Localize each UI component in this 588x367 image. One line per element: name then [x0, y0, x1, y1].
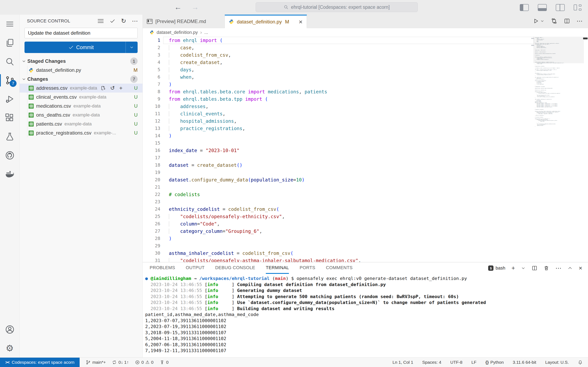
panel-more-icon[interactable]: ⋯	[555, 265, 562, 271]
section-header-changes[interactable]: Changes7	[20, 75, 143, 83]
maximize-panel-icon[interactable]	[568, 266, 572, 271]
sync-status[interactable]: 0↓ 1↑	[112, 360, 129, 365]
terminal-line: 2023-10-24 13:46:55 [info ] Generating d…	[145, 287, 588, 294]
code-line: 20dataset.configure_dummy_data(populatio…	[143, 176, 588, 184]
panel-tab-problems[interactable]: PROBLEMS	[150, 262, 175, 274]
terminal-line: 5,2004-11-18,39113611000001102	[145, 336, 588, 342]
open-changes-icon[interactable]	[551, 18, 557, 24]
play-icon	[533, 18, 539, 24]
scm-file-row[interactable]: dataset_definition.pyM	[20, 66, 143, 75]
scm-file-row[interactable]: patients.csvexample-dataU	[20, 119, 143, 128]
github-icon[interactable]	[0, 146, 19, 165]
indentation[interactable]: Spaces: 4	[422, 360, 441, 365]
settings-gear-icon[interactable]: ⚙	[0, 339, 19, 358]
terminal-line: 2023-10-24 13:46:55 [info ] Compiling da…	[145, 282, 588, 288]
customize-layout-icon[interactable]	[574, 4, 582, 11]
close-icon[interactable]: ×	[299, 18, 303, 25]
scm-file-row[interactable]: addresses.csvexample-data↺+U	[20, 83, 143, 92]
chevron-down-icon	[540, 19, 544, 23]
testing-icon[interactable]	[0, 127, 19, 146]
breadcrumb-file[interactable]: dataset_definition.py	[156, 30, 198, 35]
branch-status[interactable]: main*+	[86, 360, 106, 365]
tab-strip: [Preview] README.mddataset_definition.py…	[143, 15, 588, 28]
scm-file-row[interactable]: clinical_events.csvexample-dataU	[20, 92, 143, 101]
ports-status[interactable]: 0	[160, 360, 169, 365]
close-panel-icon[interactable]: ×	[579, 265, 582, 271]
open-file-icon[interactable]	[100, 85, 106, 91]
csv-file-icon	[29, 86, 34, 91]
run-python-file-button[interactable]	[533, 18, 544, 24]
stage-changes-icon[interactable]: +	[119, 85, 122, 91]
forward-button[interactable]: →	[191, 3, 199, 12]
run-debug-icon[interactable]	[0, 90, 19, 108]
git-status-letter: M	[134, 67, 138, 73]
toggle-secondary-sidebar-icon[interactable]	[556, 4, 565, 11]
minimap[interactable]: from ehrql import ( case, codelist_from_…	[535, 37, 582, 262]
errors-count: 0	[141, 360, 144, 365]
breadcrumb-more[interactable]: ...	[204, 30, 208, 35]
commit-button[interactable]: Commit	[25, 42, 138, 53]
view-as-tree-icon[interactable]	[98, 19, 104, 23]
terminal-line: 1,2023-07-07,39113611000001102	[145, 318, 588, 324]
panel-tab-comments[interactable]: COMMENTS	[326, 262, 353, 274]
language-mode[interactable]: {} Python	[485, 360, 504, 365]
scm-file-row[interactable]: practice_registrations.csvexample-...U	[20, 128, 143, 137]
extensions-icon[interactable]	[0, 108, 19, 127]
account-icon[interactable]	[0, 320, 19, 339]
file-name: patients.csv	[36, 121, 62, 127]
search-view-icon[interactable]	[0, 52, 19, 71]
discard-changes-icon[interactable]: ↺	[110, 85, 115, 91]
kill-terminal-icon[interactable]	[544, 265, 549, 271]
eol-sequence[interactable]: LF	[471, 360, 476, 365]
encoding[interactable]: UTF-8	[450, 360, 462, 365]
keyboard-layout[interactable]: Layout: U.S.	[545, 360, 569, 365]
toggle-panel-icon[interactable]	[538, 4, 547, 11]
panel-tab-ports[interactable]: PORTS	[300, 262, 315, 274]
breadcrumb-separator: ›	[200, 30, 202, 35]
terminal-dropdown-icon[interactable]	[521, 266, 526, 270]
split-terminal-icon[interactable]	[532, 265, 537, 271]
code-line: 15	[143, 140, 588, 147]
explorer-icon[interactable]	[0, 33, 19, 52]
panel-tab-output[interactable]: OUTPUT	[186, 262, 205, 274]
command-center[interactable]: ehrql-tutorial [Codespaces: expert space…	[256, 2, 418, 12]
tab-label: dataset_definition.py	[237, 19, 282, 25]
section-header-staged-changes[interactable]: Staged Changes1	[20, 57, 143, 66]
tab-dataset-definition-py[interactable]: dataset_definition.pyM×	[225, 15, 307, 28]
commit-check-icon[interactable]	[110, 18, 115, 24]
new-terminal-icon[interactable]: +	[511, 265, 515, 271]
python-interpreter[interactable]: 3.11.6 64-bit	[513, 360, 536, 365]
toggle-sidebar-icon[interactable]	[520, 4, 529, 11]
terminal-output[interactable]: ● @iaindillingham → /workspaces/ehrql-tu…	[143, 274, 588, 354]
section-count-badge: 1	[130, 58, 138, 65]
terminal-line: ● @iaindillingham → /workspaces/ehrql-tu…	[145, 275, 588, 282]
docker-icon[interactable]	[0, 165, 19, 184]
code-line: 28)	[143, 235, 588, 242]
remote-indicator[interactable]: >< Codespaces: expert space acorn	[0, 358, 80, 367]
more-actions-icon[interactable]: ⋯	[577, 18, 583, 24]
source-control-icon[interactable]: 7	[0, 71, 19, 90]
notifications-bell[interactable]	[578, 360, 583, 365]
code-editor[interactable]: 1from ehrql import (2 case,3 codelist_fr…	[143, 37, 588, 262]
breadcrumb[interactable]: dataset_definition.py › ...	[143, 28, 588, 37]
commit-message-input[interactable]	[25, 28, 138, 38]
back-button[interactable]: ←	[174, 3, 182, 12]
problems-status[interactable]: 0 ⚠ 0	[135, 360, 154, 365]
commit-dropdown[interactable]	[126, 42, 138, 53]
scm-file-row[interactable]: medications.csvexample-dataU	[20, 101, 143, 110]
more-actions-icon[interactable]: ⋯	[132, 18, 138, 24]
scm-file-row[interactable]: ons_deaths.csvexample-dataU	[20, 110, 143, 119]
section-label: Staged Changes	[27, 58, 66, 64]
panel-tab-terminal[interactable]: TERMINAL	[266, 262, 289, 274]
editor-scrollbar[interactable]	[583, 38, 588, 39]
tab--preview-readme-md[interactable]: [Preview] README.md	[143, 15, 225, 28]
panel-tab-debug-console[interactable]: DEBUG CONSOLE	[215, 262, 255, 274]
terminal-instance[interactable]: $ bash	[488, 266, 505, 271]
split-editor-icon[interactable]	[564, 18, 570, 24]
refresh-icon[interactable]: ↻	[121, 18, 126, 24]
menu-icon[interactable]	[0, 15, 19, 33]
cursor-position[interactable]: Ln 1, Col 1	[392, 360, 413, 365]
terminal-line: 6,2007-06-18,39113611000001102	[145, 342, 588, 348]
line-number: 10	[143, 103, 160, 110]
line-number: 14	[143, 132, 160, 140]
